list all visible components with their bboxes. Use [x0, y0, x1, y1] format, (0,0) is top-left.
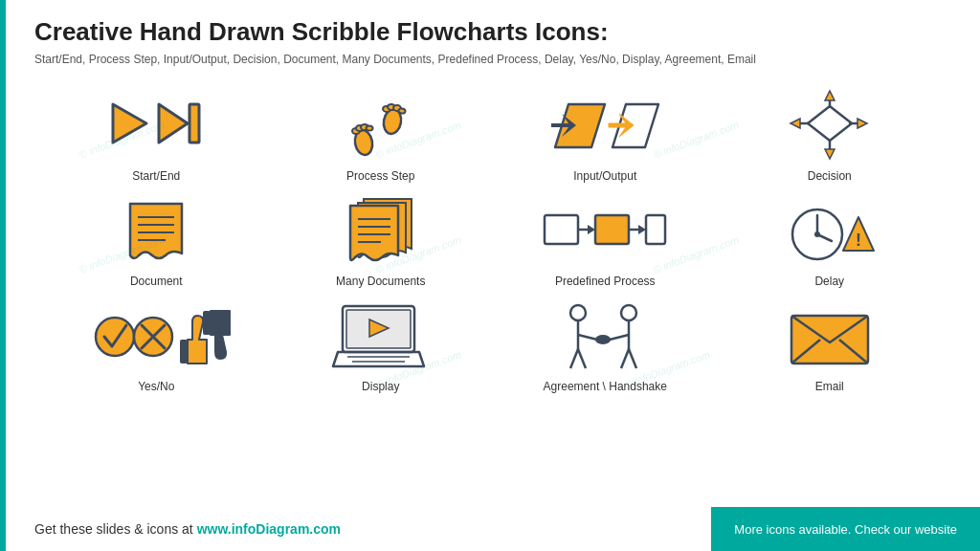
svg-text:!: !	[856, 231, 861, 250]
svg-rect-52	[203, 311, 211, 335]
footer-left-text: Get these slides & icons at www.infoDiag…	[0, 521, 711, 537]
svg-marker-1	[159, 104, 188, 143]
icon-cell-input-output: Input/Output	[493, 79, 718, 187]
input-output-label: Input/Output	[573, 169, 636, 183]
svg-rect-51	[180, 340, 188, 364]
process-step-icon	[343, 87, 419, 164]
page-title: Creative Hand Drawn Scribble Flowcharts …	[34, 17, 951, 47]
icon-cell-agreement: Agreement \ Handshake	[493, 292, 718, 397]
svg-rect-40	[646, 215, 665, 244]
footer-text-before-link: Get these slides & icons at	[34, 521, 197, 537]
page-subtitle: Start/End, Process Step, Input/Output, D…	[34, 51, 951, 68]
agreement-label: Agreement \ Handshake	[544, 380, 667, 393]
svg-line-65	[610, 335, 629, 340]
yes-no-label: Yes/No	[138, 380, 174, 393]
icon-cell-process-step: Process Step	[269, 79, 494, 187]
document-icon	[122, 194, 189, 269]
svg-point-47	[96, 318, 134, 356]
footer-link[interactable]: www.infoDiagram.com	[197, 521, 341, 537]
svg-point-58	[570, 305, 586, 320]
icon-cell-predefined-process: Predefined Process	[493, 187, 718, 292]
delay-icon: !	[784, 194, 875, 269]
many-documents-icon	[343, 194, 419, 269]
agreement-icon	[557, 299, 653, 374]
footer: Get these slides & icons at www.infoDiag…	[0, 507, 980, 551]
left-accent-bar	[0, 0, 6, 551]
svg-marker-18	[825, 91, 835, 100]
svg-marker-22	[791, 119, 800, 128]
svg-point-12	[398, 108, 406, 114]
decision-icon	[787, 87, 873, 164]
svg-point-7	[366, 125, 372, 130]
svg-line-62	[578, 349, 586, 368]
icon-cell-delay: ! Delay	[718, 187, 943, 292]
icon-cell-start-end: Start/End	[44, 79, 269, 187]
document-label: Document	[130, 275, 183, 288]
decision-label: Decision	[808, 169, 852, 183]
svg-line-61	[570, 349, 578, 368]
footer-right-cta: More icons available. Check our website	[711, 507, 980, 551]
display-label: Display	[362, 380, 399, 393]
email-icon	[787, 299, 873, 374]
icon-cell-decision: Decision	[718, 79, 943, 187]
main-content: Creative Hand Drawn Scribble Flowcharts …	[0, 0, 980, 397]
predefined-process-label: Predefined Process	[555, 275, 656, 288]
svg-marker-24	[858, 119, 867, 128]
svg-rect-34	[545, 215, 578, 244]
icon-cell-document: Document	[44, 187, 269, 292]
svg-marker-0	[113, 104, 146, 143]
icon-cell-yes-no: Yes/No	[44, 292, 269, 397]
display-icon	[333, 299, 429, 374]
input-output-icon	[547, 87, 662, 164]
process-step-label: Process Step	[346, 169, 414, 183]
footer-cta-text: More icons available. Check our website	[734, 522, 957, 537]
svg-rect-37	[595, 215, 629, 244]
many-documents-label: Many Documents	[336, 275, 425, 288]
icon-cell-display: Display	[269, 292, 494, 397]
svg-marker-20	[825, 149, 835, 159]
icons-grid: Start/End	[44, 79, 942, 397]
svg-marker-25	[808, 106, 852, 141]
icon-cell-many-documents: Many Documents	[269, 187, 494, 292]
svg-line-66	[621, 349, 629, 368]
delay-label: Delay	[814, 275, 844, 288]
icon-cell-email: Email	[718, 292, 943, 397]
svg-point-63	[621, 305, 636, 320]
predefined-process-icon	[543, 194, 667, 269]
start-end-icon	[103, 87, 209, 164]
svg-line-67	[629, 349, 636, 368]
svg-rect-2	[189, 104, 199, 143]
yes-no-icon	[94, 299, 218, 374]
start-end-label: Start/End	[132, 169, 180, 183]
svg-line-60	[578, 335, 597, 340]
svg-marker-16	[609, 114, 634, 137]
svg-point-68	[595, 335, 611, 344]
email-label: Email	[815, 380, 844, 393]
svg-line-44	[817, 234, 832, 241]
